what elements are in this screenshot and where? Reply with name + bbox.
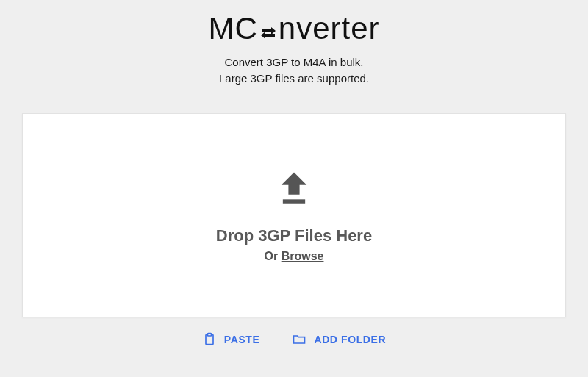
add-folder-button[interactable]: ADD FOLDER <box>292 332 386 347</box>
dropzone-or: Or <box>265 250 282 262</box>
svg-marker-0 <box>282 172 307 194</box>
folder-icon <box>292 332 306 347</box>
svg-rect-1 <box>283 199 305 203</box>
app-logo: MC nverter <box>208 13 379 44</box>
svg-rect-3 <box>207 333 211 335</box>
logo-text-post: nverter <box>279 13 380 44</box>
swap-icon <box>259 24 278 43</box>
paste-label: PASTE <box>224 334 260 345</box>
subtitle-line1: Convert 3GP to M4A in bulk. <box>219 54 369 71</box>
logo-text-pre: MC <box>208 13 257 44</box>
action-row: PASTE ADD FOLDER <box>202 332 386 347</box>
page-subtitle: Convert 3GP to M4A in bulk. Large 3GP fi… <box>219 54 369 87</box>
subtitle-line2: Large 3GP files are supported. <box>219 71 369 87</box>
paste-button[interactable]: PASTE <box>202 332 260 347</box>
dropzone-or-row: Or Browse <box>265 250 324 263</box>
dropzone-heading: Drop 3GP Files Here <box>216 226 372 245</box>
file-dropzone[interactable]: Drop 3GP Files Here Or Browse <box>22 113 566 317</box>
browse-link[interactable]: Browse <box>282 250 324 262</box>
add-folder-label: ADD FOLDER <box>314 334 386 345</box>
upload-icon <box>275 168 313 206</box>
clipboard-icon <box>202 332 217 347</box>
